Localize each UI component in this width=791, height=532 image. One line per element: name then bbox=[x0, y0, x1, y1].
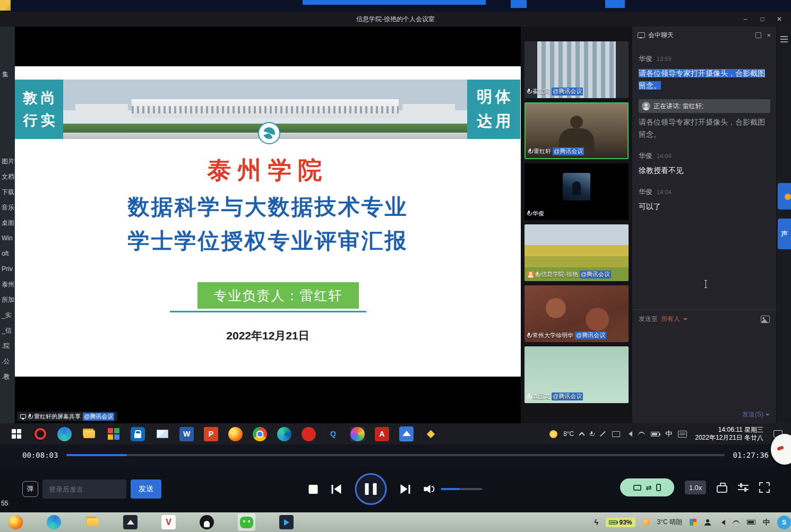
danmaku-input[interactable] bbox=[42, 479, 126, 499]
next-button[interactable] bbox=[401, 484, 410, 494]
close-button[interactable]: ✕ bbox=[771, 12, 788, 27]
file-item[interactable]: 图片 bbox=[2, 154, 14, 169]
acrobat-icon[interactable]: A bbox=[375, 427, 389, 441]
weather-text[interactable]: 3°C 晴朗 bbox=[657, 518, 682, 527]
battery-icon[interactable] bbox=[651, 432, 659, 437]
firefox-icon[interactable] bbox=[8, 515, 23, 529]
docked-panel-tab-sound[interactable]: 声 bbox=[778, 219, 791, 249]
v-app-icon[interactable]: V bbox=[161, 515, 176, 529]
video-player-icon[interactable] bbox=[279, 515, 294, 529]
file-item[interactable]: 桌面 bbox=[2, 215, 14, 231]
file-explorer-icon[interactable] bbox=[82, 427, 96, 441]
participant-tile[interactable]: 常州大学徐明华 @腾讯会议 bbox=[525, 285, 629, 342]
file-item[interactable]: _实 bbox=[2, 308, 14, 323]
popout-icon[interactable] bbox=[755, 32, 761, 38]
file-item[interactable]: 所加 bbox=[2, 292, 14, 308]
file-item[interactable]: .教 bbox=[2, 369, 14, 385]
cad-app-icon[interactable] bbox=[424, 427, 438, 441]
weather-temp[interactable]: 8°C bbox=[563, 430, 574, 438]
file-item[interactable]: oft bbox=[2, 246, 14, 261]
ime-indicator[interactable]: 中 bbox=[763, 518, 770, 527]
previous-button[interactable] bbox=[332, 484, 341, 494]
menu-icon[interactable] bbox=[780, 36, 788, 44]
file-item[interactable]: 下载 bbox=[2, 185, 14, 200]
message-text: 徐教授看不见 bbox=[639, 164, 771, 177]
edge-icon[interactable] bbox=[57, 427, 72, 441]
monitor-icon bbox=[633, 485, 641, 491]
playback-speed-button[interactable]: 1.0x bbox=[685, 481, 706, 494]
people-icon[interactable] bbox=[704, 519, 711, 526]
file-item[interactable]: _信 bbox=[2, 323, 14, 338]
settings-sliders-icon[interactable] bbox=[738, 485, 749, 490]
keyboard-icon[interactable] bbox=[678, 431, 687, 438]
send-to-selector[interactable]: 所有人 bbox=[661, 315, 680, 324]
file-item[interactable]: .院 bbox=[2, 338, 14, 354]
file-item[interactable]: .公 bbox=[2, 354, 14, 369]
chrome-icon[interactable] bbox=[253, 427, 267, 441]
transfer-arrows-icon: ⇄ bbox=[646, 484, 652, 492]
display-icon[interactable] bbox=[612, 431, 620, 437]
file-item[interactable]: 集 bbox=[2, 70, 8, 79]
skype-icon[interactable]: S bbox=[777, 516, 791, 529]
file-item[interactable]: 泰州 bbox=[2, 277, 14, 292]
file-item[interactable]: Win bbox=[2, 231, 14, 246]
store-icon[interactable] bbox=[131, 427, 145, 441]
edge-icon[interactable] bbox=[47, 515, 61, 529]
mail-icon[interactable] bbox=[155, 427, 169, 441]
volume-icon[interactable] bbox=[424, 484, 436, 494]
toolbox-icon[interactable] bbox=[717, 485, 727, 493]
cast-to-device-button[interactable]: ⇄ bbox=[620, 478, 674, 496]
chat-send-button[interactable]: 发送(S) bbox=[742, 410, 770, 419]
mic-tray-icon[interactable] bbox=[590, 431, 594, 437]
chat-close-icon[interactable]: × bbox=[767, 31, 771, 39]
file-explorer-icon[interactable] bbox=[85, 515, 99, 529]
active-app-highlight[interactable] bbox=[238, 513, 255, 531]
pause-button[interactable] bbox=[355, 473, 387, 505]
participant-tile-speaking[interactable]: 雷红轩 @腾讯会议 bbox=[525, 102, 629, 159]
firefox-icon[interactable] bbox=[228, 427, 243, 441]
file-item[interactable]: Priv bbox=[2, 261, 14, 277]
ime-indicator[interactable]: 中 bbox=[665, 429, 672, 439]
volume-slider[interactable] bbox=[441, 488, 483, 490]
word-icon[interactable]: W bbox=[179, 427, 194, 441]
powerpoint-icon[interactable]: P bbox=[204, 427, 218, 441]
battery-widget[interactable]: 93% bbox=[606, 518, 635, 527]
danmaku-toggle-icon[interactable]: 弹 bbox=[22, 481, 38, 497]
mic-icon bbox=[527, 211, 531, 216]
sphere-app-icon[interactable] bbox=[350, 427, 365, 441]
photos-icon-active[interactable] bbox=[399, 426, 414, 441]
pen-icon[interactable] bbox=[600, 431, 606, 437]
network-icon[interactable] bbox=[638, 432, 645, 436]
image-attach-icon[interactable] bbox=[761, 316, 770, 323]
dark-app-icon[interactable] bbox=[123, 515, 137, 529]
participant-tile[interactable]: 信息学院-徐艳 @腾讯会议 bbox=[525, 224, 629, 281]
participant-tile[interactable]: 华俊 bbox=[525, 163, 629, 220]
weather-sun-icon[interactable] bbox=[549, 430, 557, 438]
seek-bar[interactable] bbox=[66, 454, 724, 456]
danmaku-send-button[interactable]: 发送 bbox=[131, 479, 161, 499]
hidden-icons-chevron[interactable] bbox=[579, 432, 585, 438]
fullscreen-icon[interactable] bbox=[759, 482, 770, 493]
qq-browser-icon[interactable]: Q bbox=[326, 427, 340, 441]
participant-tile[interactable]: 袁玉龙 @腾讯会议 bbox=[525, 346, 629, 403]
colorful-tray-icon[interactable] bbox=[690, 519, 697, 526]
app-grid-icon[interactable] bbox=[106, 427, 121, 441]
speaker-icon[interactable] bbox=[626, 431, 632, 437]
red-app-icon[interactable] bbox=[302, 427, 316, 441]
maximize-button[interactable]: □ bbox=[754, 12, 771, 27]
windows-start-icon[interactable] bbox=[12, 429, 21, 439]
stop-button[interactable] bbox=[309, 485, 318, 494]
battery-tray-icon[interactable] bbox=[747, 520, 755, 525]
browser-icon[interactable] bbox=[277, 427, 291, 441]
weather-icon[interactable] bbox=[643, 519, 650, 526]
participant-tile[interactable]: 崔宝同 @腾讯会议 bbox=[525, 41, 629, 98]
file-item[interactable]: 音乐 bbox=[2, 200, 14, 215]
minimize-button[interactable]: – bbox=[737, 12, 754, 27]
file-item[interactable]: 文档 bbox=[2, 169, 14, 185]
opera-icon[interactable] bbox=[33, 427, 47, 441]
network-icon[interactable] bbox=[733, 520, 740, 525]
speaker-icon[interactable] bbox=[719, 520, 725, 525]
taskbar-clock[interactable]: 14:06:11 星期三 2022年12月21日 冬廿八 bbox=[695, 426, 763, 442]
qq-icon[interactable] bbox=[200, 515, 214, 529]
wechat-icon[interactable] bbox=[240, 517, 253, 528]
